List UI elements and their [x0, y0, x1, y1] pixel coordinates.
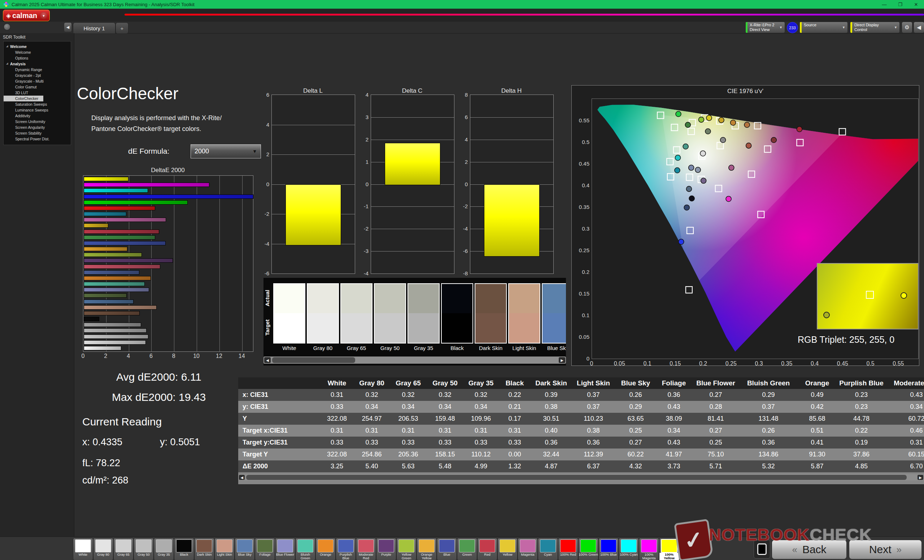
meter-count-badge[interactable]: 233 [787, 22, 798, 33]
patch-100-blue[interactable]: 100% Blue [598, 538, 619, 560]
cie-x-tick: 0.05 [614, 361, 625, 367]
sidebar-item-luminance-sweeps[interactable]: Luminance Sweeps [4, 107, 71, 113]
back-button[interactable]: « Back [772, 540, 847, 559]
swatch-gray-50[interactable] [374, 283, 406, 343]
source-dropdown-label: Source [802, 22, 819, 27]
de-formula-select[interactable]: 2000 ▼ [190, 144, 261, 159]
scrollbar-thumb[interactable] [246, 475, 907, 480]
patch-bluish-green[interactable]: Bluish Green [295, 538, 315, 560]
swatch-gray-35[interactable] [408, 283, 440, 343]
patch-100-red[interactable]: 100% Red [558, 538, 578, 560]
measured-marker [796, 127, 802, 132]
patch-blue-sky[interactable]: Blue Sky [235, 538, 255, 560]
sidebar-item-spectral-power-dist-[interactable]: Spectral Power Dist. [4, 136, 71, 142]
tree-group-analysis[interactable]: ◢Analysis [4, 61, 71, 67]
sidebar-item-3d-lut[interactable]: 3D LUT [4, 90, 71, 96]
sidebar-item-grayscale-2pt[interactable]: Grayscale - 2pt [4, 72, 71, 78]
bar-100-magenta [84, 183, 209, 187]
scroll-right-icon[interactable]: ▶ [918, 475, 923, 480]
session-dot-button[interactable] [4, 24, 10, 30]
tab-history-1[interactable]: History 1 [73, 22, 116, 34]
patch-white[interactable]: White [73, 538, 93, 560]
sidebar-item-colorchecker[interactable]: ColorChecker [4, 96, 44, 101]
patch-light-skin[interactable]: Light Skin [214, 538, 235, 560]
expander-icon[interactable]: ◢ [6, 45, 8, 48]
scroll-left-icon[interactable]: ◀ [239, 475, 245, 480]
patch-black[interactable]: Black [174, 538, 194, 560]
cie-y-tick: 0.4 [577, 182, 590, 188]
swatch-light-skin[interactable] [508, 283, 540, 343]
measured-marker [746, 143, 752, 148]
minimize-button[interactable]: — [876, 0, 892, 9]
patch-orange[interactable]: Orange [315, 538, 336, 560]
patch-100-cyan[interactable]: 100% Cyan [619, 538, 639, 560]
expander-icon[interactable]: ◢ [6, 62, 8, 65]
table-scrollbar[interactable]: ◀ ▶ [238, 474, 924, 481]
patch-blue[interactable]: Blue [437, 538, 457, 560]
next-button[interactable]: Next » [849, 540, 922, 559]
patch-100-magenta[interactable]: 100% Magenta [639, 538, 659, 560]
patch-blue-flower[interactable]: Blue Flower [275, 538, 295, 560]
sidebar-item-welcome[interactable]: Welcome [4, 49, 71, 55]
patch-red[interactable]: Red [477, 538, 497, 560]
patch-gray-50[interactable]: Gray 50 [134, 538, 154, 560]
scroll-left-icon[interactable]: ◀ [264, 357, 271, 363]
swatch-gray-80[interactable] [307, 283, 339, 343]
swatch-gray-65[interactable] [340, 283, 372, 343]
patch-100-green[interactable]: 100% Green [578, 538, 598, 560]
sidebar-item-options[interactable]: Options [4, 55, 71, 61]
restore-button[interactable]: ❐ [892, 0, 908, 9]
sidebar-item-dynamic-range[interactable]: Dynamic Range [4, 67, 71, 72]
patch-yellow-green[interactable]: Yellow Green [396, 538, 417, 560]
patch-dark-skin[interactable]: Dark Skin [194, 538, 214, 560]
bar-orange [84, 276, 151, 280]
patch-100-yellow[interactable]: 100% Yellow [659, 538, 679, 560]
cie-x-tick: 0.1 [643, 361, 651, 367]
sidebar-item-color-gamut[interactable]: Color Gamut [4, 84, 71, 90]
swatch-white[interactable] [273, 283, 305, 343]
calman-menu-button[interactable]: ◈ calman ▾ [3, 10, 50, 21]
bar-blue-sky [84, 299, 134, 304]
source-dropdown[interactable]: Source ▼ [800, 22, 848, 33]
swatch-black[interactable] [441, 283, 473, 343]
patch-purple[interactable]: Purple [376, 538, 396, 560]
meter-dropdown[interactable]: X-Rite i1Pro 2Direct View ▼ [746, 22, 785, 33]
patch-orange-yellow[interactable]: Orange Yellow [417, 538, 437, 560]
patch-gray-65[interactable]: Gray 65 [113, 538, 134, 560]
chevron-down-icon[interactable]: ▾ [40, 12, 47, 19]
settings-button[interactable]: ⚙ [902, 22, 912, 33]
sidebar-item-additivity[interactable]: Additivity [4, 113, 71, 119]
display-control-dropdown[interactable]: Direct Display Control ▼ [850, 22, 900, 33]
tree-group-welcome[interactable]: ◢Welcome [4, 43, 71, 49]
pattern-window-button[interactable] [754, 540, 770, 559]
add-tab-button[interactable]: + [116, 22, 129, 34]
gridline [371, 251, 454, 252]
sidebar-collapse-button[interactable]: ◀ [64, 23, 72, 32]
swatch-blue-sky[interactable] [542, 283, 566, 343]
sidebar-item-screen-uniformity[interactable]: Screen Uniformity [4, 119, 71, 124]
patch-moderate-red[interactable]: Moderate Red [356, 538, 376, 560]
sidebar: SDR Toolkit ◢WelcomeWelcomeOptions◢Analy… [0, 33, 74, 536]
patch-green[interactable]: Green [457, 538, 477, 560]
column-header-purplish-blue: Purplish Blue [837, 379, 886, 387]
sidebar-item-grayscale-multi[interactable]: Grayscale - Multi [4, 78, 71, 84]
row-label: ΔE 2000 [238, 463, 320, 470]
patch-foliage[interactable]: Foliage [255, 538, 275, 560]
scroll-right-icon[interactable]: ▶ [559, 357, 565, 363]
panel-collapse-button[interactable]: ◀ [914, 22, 924, 33]
patch-gray-35[interactable]: Gray 35 [154, 538, 174, 560]
patch-cyan[interactable]: Cyan [538, 538, 558, 560]
table-cell: 0.34 [656, 427, 692, 434]
patch-purplish-blue[interactable]: Purplish Blue [336, 538, 356, 560]
close-button[interactable]: ✕ [908, 0, 924, 9]
patch-magenta[interactable]: Magenta [518, 538, 538, 560]
patch-gray-80[interactable]: Gray 80 [93, 538, 113, 560]
scrollbar-thumb[interactable] [272, 357, 355, 363]
sidebar-item-saturation-sweeps[interactable]: Saturation Sweeps [4, 101, 71, 107]
sidebar-item-screen-angularity[interactable]: Screen Angularity [4, 124, 71, 130]
patch-label: Magenta [518, 553, 537, 556]
swatch-dark-skin[interactable] [475, 283, 507, 343]
sidebar-item-screen-stability[interactable]: Screen Stability [4, 130, 71, 136]
patch-yellow[interactable]: Yellow [497, 538, 518, 560]
swatch-scrollbar[interactable]: ◀ ▶ [264, 356, 566, 364]
